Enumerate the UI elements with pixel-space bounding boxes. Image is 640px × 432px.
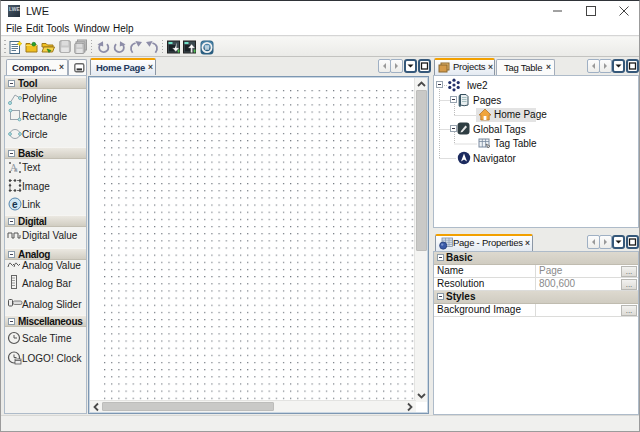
svg-text:a: a: [14, 165, 18, 174]
svg-text:e: e: [12, 199, 18, 210]
